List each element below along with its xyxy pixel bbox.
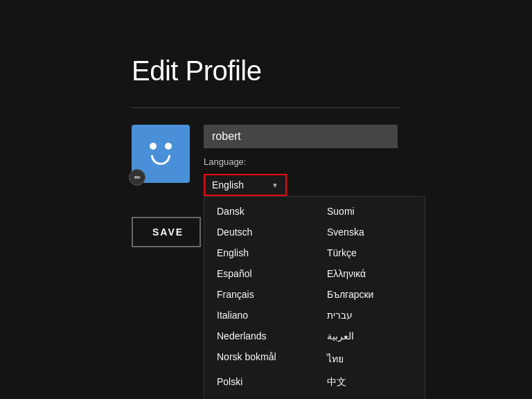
avatar-eye-right (165, 143, 172, 150)
avatar-eyes (140, 143, 181, 150)
page-title: Edit Profile (132, 55, 400, 87)
language-option-japanese[interactable]: 日本語 (314, 393, 425, 399)
language-option-espanol[interactable]: Español (204, 263, 314, 284)
language-dropdown-menu: Dansk Suomi Deutsch Svenska English Türk… (204, 196, 425, 399)
avatar-eye-left (150, 143, 157, 150)
language-option-english[interactable]: English (204, 242, 314, 263)
page-container: Edit Profile ✏ Language: English (0, 0, 532, 303)
avatar-wrapper: ✏ (132, 125, 190, 183)
language-option-suomi[interactable]: Suomi (314, 201, 425, 222)
chevron-down-icon: ▼ (272, 181, 278, 189)
language-option-thai[interactable]: ไทย (314, 346, 425, 371)
language-option-dansk[interactable]: Dansk (204, 201, 314, 222)
language-option-greek[interactable]: Ελληνικά (314, 263, 425, 284)
language-option-portugues[interactable]: Português (204, 393, 314, 399)
edit-avatar-button[interactable]: ✏ (129, 169, 145, 186)
language-option-italiano[interactable]: Italiano (204, 305, 314, 326)
language-option-chinese[interactable]: 中文 (314, 371, 425, 393)
language-option-turkce[interactable]: Türkçe (314, 242, 425, 263)
language-option-hebrew[interactable]: עברית (314, 305, 425, 326)
language-option-polski[interactable]: Polski (204, 371, 314, 393)
save-button[interactable]: SAVE (132, 217, 201, 247)
language-option-nederlands[interactable]: Nederlands (204, 326, 314, 346)
profile-row: ✏ Language: English ▼ Dansk Suomi Deutsc… (132, 125, 400, 196)
language-label: Language: (204, 157, 400, 167)
avatar-face (140, 133, 181, 175)
language-option-norsk[interactable]: Norsk bokmål (204, 346, 314, 371)
section-divider (132, 107, 400, 108)
language-option-svenska[interactable]: Svenska (314, 222, 425, 242)
language-option-deutsch[interactable]: Deutsch (204, 222, 314, 242)
language-option-francais[interactable]: Français (204, 284, 314, 305)
profile-name-input[interactable] (204, 125, 398, 148)
language-option-arabic[interactable]: العربية (314, 326, 425, 346)
language-option-bulgarian[interactable]: Български (314, 284, 425, 305)
language-select-wrapper: English ▼ Dansk Suomi Deutsch Svenska En… (204, 174, 287, 196)
avatar-smile (151, 155, 170, 165)
language-selected-value: English (212, 179, 244, 190)
language-select-display[interactable]: English ▼ (204, 174, 287, 196)
form-section: Language: English ▼ Dansk Suomi Deutsch … (204, 125, 400, 196)
